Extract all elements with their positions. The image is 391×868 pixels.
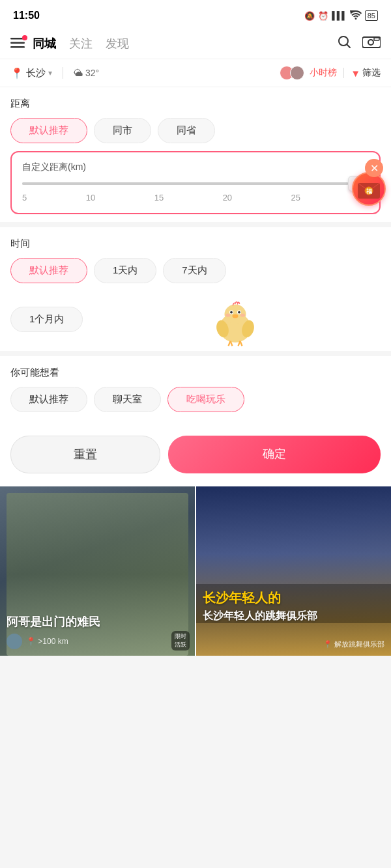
video-item-left[interactable]: 阿哥是出门的难民 📍 >100 km 限时活跃 xyxy=(0,486,195,656)
filter-panel: 距离 默认推荐 同市 同省 自定义距离(km) xyxy=(0,87,391,425)
video-title-left: 阿哥是出门的难民 xyxy=(7,615,188,630)
hourly-rank-label: 小时榜 xyxy=(310,67,337,79)
video-text-right: 长沙年轻人的 长沙年轻人的跳舞俱乐部 xyxy=(203,589,384,623)
svg-text:福: 福 xyxy=(366,188,372,195)
svg-point-17 xyxy=(225,313,231,316)
weather-info: 🌥 32° xyxy=(74,68,99,78)
section-divider-1 xyxy=(0,222,391,227)
filter-icon: ▼ xyxy=(351,68,360,79)
chicken-mascot xyxy=(206,290,265,348)
content-chips: 默认推荐 聊天室 吃喝玩乐 xyxy=(10,387,381,412)
distance-section-title: 距离 xyxy=(10,87,381,118)
distance-chips: 默认推荐 同市 同省 xyxy=(10,118,381,143)
svg-point-18 xyxy=(240,313,245,316)
tab-guanzhu[interactable]: 关注 xyxy=(69,35,93,53)
filter-container: ✕ 福 距离 默认推荐 同市 同省 自定义距离(km) xyxy=(0,87,391,486)
label-10: 10 xyxy=(86,193,95,203)
hourly-rank[interactable]: 小时榜 xyxy=(280,66,337,80)
nav-tabs: 同城 关注 发现 xyxy=(33,35,336,53)
tab-faxian[interactable]: 发现 xyxy=(106,35,129,53)
slider-track xyxy=(22,182,369,185)
bottom-buttons: 重置 确定 xyxy=(0,425,391,486)
alarm-icon: ⏰ xyxy=(318,11,328,21)
status-bar: 11:50 🔕 ⏰ ▌▌▌ 85 xyxy=(0,0,391,29)
chip-food-fun[interactable]: 吃喝玩乐 xyxy=(167,387,244,412)
custom-distance-box: 自定义距离(km) 5 10 15 20 xyxy=(10,151,381,214)
location-pin-icon: 📍 xyxy=(10,67,23,79)
label-5: 5 xyxy=(22,193,27,203)
chip-default-content[interactable]: 默认推荐 xyxy=(10,387,87,412)
video-location-right: 📍 解放跳舞俱乐部 xyxy=(323,639,384,649)
video-location-left: 📍 >100 km xyxy=(26,637,68,646)
chip-1month[interactable]: 1个月内 xyxy=(10,307,83,332)
confirm-button[interactable]: 确定 xyxy=(168,436,381,473)
slider-fill xyxy=(22,182,348,185)
video-title-right: 长沙年轻人的 长沙年轻人的跳舞俱乐部 xyxy=(203,589,384,623)
menu-icon[interactable] xyxy=(10,36,25,51)
label-25: 25 xyxy=(291,193,300,203)
filter-button[interactable]: ▼ 筛选 xyxy=(351,67,381,79)
chevron-down-icon: ▾ xyxy=(48,68,52,77)
hourly-avatars xyxy=(280,66,300,80)
status-time: 11:50 xyxy=(13,10,40,21)
nav-bar: 同城 关注 发现 xyxy=(0,29,391,59)
search-icon[interactable] xyxy=(336,34,352,53)
chip-1day[interactable]: 1天内 xyxy=(94,258,156,283)
label-15: 15 xyxy=(154,193,164,203)
video-badge-left: 限时活跃 xyxy=(171,631,190,651)
svg-rect-0 xyxy=(10,38,25,40)
chip-default-distance[interactable]: 默认推荐 xyxy=(10,118,87,143)
mascot-wrapper xyxy=(89,290,381,348)
svg-rect-4 xyxy=(362,37,381,48)
svg-rect-2 xyxy=(10,46,25,48)
svg-rect-6 xyxy=(374,38,379,40)
chip-chat-room[interactable]: 聊天室 xyxy=(94,387,161,412)
video-item-right[interactable]: 长沙年轻人的 长沙年轻人的跳舞俱乐部 📍 解放跳舞俱乐部 xyxy=(196,486,391,656)
chip-default-time[interactable]: 默认推荐 xyxy=(10,258,87,283)
mute-icon: 🔕 xyxy=(304,11,315,21)
tab-tongcheng[interactable]: 同城 xyxy=(33,35,56,53)
chip-7days[interactable]: 7天内 xyxy=(163,258,225,283)
video-text-left: 阿哥是出门的难民 xyxy=(7,615,188,630)
content-section-title: 你可能想看 xyxy=(10,356,381,387)
time-chips: 默认推荐 1天内 7天内 xyxy=(10,258,381,283)
svg-point-16 xyxy=(232,315,238,318)
video-avatar-left xyxy=(7,634,22,649)
location-selector[interactable]: 📍 长沙 ▾ xyxy=(10,67,52,79)
wifi-icon xyxy=(350,10,362,21)
location-right: 小时榜 ▼ 筛选 xyxy=(280,66,381,80)
city-name: 长沙 xyxy=(26,67,46,79)
time-chips-row2: 1个月内 xyxy=(10,290,381,348)
temperature: 32° xyxy=(85,68,99,78)
weather-icon: 🌥 xyxy=(74,68,83,78)
svg-line-24 xyxy=(240,341,242,346)
location-bar: 📍 长沙 ▾ 🌥 32° 小时榜 ▼ 筛选 xyxy=(0,59,391,87)
time-section-title: 时间 xyxy=(10,227,381,258)
close-button[interactable]: ✕ xyxy=(365,159,383,177)
slider-container xyxy=(22,182,369,185)
svg-point-15 xyxy=(238,311,240,314)
divider xyxy=(63,67,63,79)
chip-same-city[interactable]: 同市 xyxy=(94,118,151,143)
chip-same-province[interactable]: 同省 xyxy=(158,118,215,143)
svg-rect-1 xyxy=(10,42,25,44)
filter-label: 筛选 xyxy=(362,67,381,79)
status-icons: 🔕 ⏰ ▌▌▌ 85 xyxy=(304,10,378,21)
avatar-2 xyxy=(290,66,304,80)
red-envelope-circle: 福 xyxy=(352,172,386,206)
label-20: 20 xyxy=(223,193,232,203)
camera-icon[interactable] xyxy=(362,35,381,53)
filter-divider xyxy=(343,68,344,78)
video-feed: 阿哥是出门的难民 📍 >100 km 限时活跃 长沙年轻人的 长沙年轻人的跳舞俱… xyxy=(0,486,391,656)
nav-right xyxy=(336,34,381,53)
reset-button[interactable]: 重置 xyxy=(10,436,160,473)
custom-distance-label: 自定义距离(km) xyxy=(22,161,369,173)
svg-point-5 xyxy=(368,40,373,45)
section-divider-2 xyxy=(0,351,391,356)
slider-labels: 5 10 15 20 25 30 xyxy=(22,193,369,203)
battery-icon: 85 xyxy=(365,10,378,21)
red-envelope[interactable]: 福 xyxy=(352,172,386,206)
video-meta-left: 📍 >100 km xyxy=(7,634,68,649)
svg-point-13 xyxy=(230,311,233,314)
signal-icon: ▌▌▌ xyxy=(332,11,347,20)
